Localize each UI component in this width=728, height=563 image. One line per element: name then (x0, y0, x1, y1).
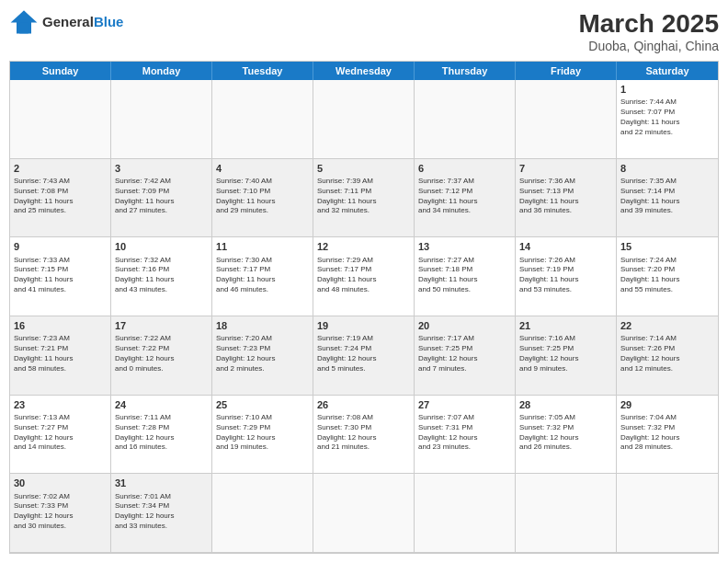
cell-info: Sunrise: 7:11 AM Sunset: 7:28 PM Dayligh… (115, 413, 208, 453)
calendar-cell: 1Sunrise: 7:44 AM Sunset: 7:07 PM Daylig… (617, 80, 718, 159)
day-number: 6 (418, 162, 511, 175)
calendar-cell: 15Sunrise: 7:24 AM Sunset: 7:20 PM Dayli… (617, 237, 718, 316)
calendar-cell: 21Sunrise: 7:16 AM Sunset: 7:25 PM Dayli… (516, 316, 617, 396)
day-number: 16 (14, 319, 107, 332)
calendar-cell (10, 80, 111, 159)
day-number: 5 (317, 162, 410, 175)
svg-marker-1 (15, 11, 32, 20)
calendar-cell: 26Sunrise: 7:08 AM Sunset: 7:30 PM Dayli… (313, 396, 415, 475)
cell-info: Sunrise: 7:30 AM Sunset: 7:17 PM Dayligh… (216, 256, 309, 295)
header-day-friday: Friday (516, 62, 617, 80)
calendar-cell: 22Sunrise: 7:14 AM Sunset: 7:26 PM Dayli… (617, 316, 718, 396)
cell-info: Sunrise: 7:13 AM Sunset: 7:27 PM Dayligh… (14, 413, 107, 453)
day-number: 13 (418, 240, 511, 253)
cell-info: Sunrise: 7:23 AM Sunset: 7:21 PM Dayligh… (14, 334, 107, 373)
day-number: 31 (115, 477, 208, 489)
header: GeneralBlue March 2025 Duoba, Qinghai, C… (9, 9, 719, 53)
calendar-cell: 14Sunrise: 7:26 AM Sunset: 7:19 PM Dayli… (516, 237, 617, 316)
cell-info: Sunrise: 7:22 AM Sunset: 7:22 PM Dayligh… (115, 334, 208, 373)
cell-info: Sunrise: 7:07 AM Sunset: 7:31 PM Dayligh… (418, 413, 511, 453)
day-number: 22 (620, 319, 714, 332)
calendar-cell: 24Sunrise: 7:11 AM Sunset: 7:28 PM Dayli… (111, 396, 212, 475)
calendar-cell: 12Sunrise: 7:29 AM Sunset: 7:17 PM Dayli… (313, 237, 415, 316)
calendar-cell: 31Sunrise: 7:01 AM Sunset: 7:34 PM Dayli… (111, 474, 212, 553)
cell-info: Sunrise: 7:33 AM Sunset: 7:15 PM Dayligh… (14, 256, 107, 295)
calendar-cell: 18Sunrise: 7:20 AM Sunset: 7:23 PM Dayli… (212, 316, 313, 396)
logo-text: GeneralBlue (42, 15, 123, 30)
cell-info: Sunrise: 7:32 AM Sunset: 7:16 PM Dayligh… (115, 256, 208, 295)
cell-info: Sunrise: 7:35 AM Sunset: 7:14 PM Dayligh… (620, 177, 714, 216)
calendar-cell: 3Sunrise: 7:42 AM Sunset: 7:09 PM Daylig… (111, 159, 212, 238)
cell-info: Sunrise: 7:04 AM Sunset: 7:32 PM Dayligh… (620, 413, 714, 453)
cell-info: Sunrise: 7:43 AM Sunset: 7:08 PM Dayligh… (14, 177, 107, 216)
day-number: 24 (115, 398, 208, 411)
calendar-cell: 17Sunrise: 7:22 AM Sunset: 7:22 PM Dayli… (111, 316, 212, 396)
day-number: 3 (115, 162, 208, 175)
calendar-header: SundayMondayTuesdayWednesdayThursdayFrid… (10, 62, 718, 80)
calendar: SundayMondayTuesdayWednesdayThursdayFrid… (9, 61, 719, 554)
cell-info: Sunrise: 7:37 AM Sunset: 7:12 PM Dayligh… (418, 177, 511, 216)
calendar-cell (415, 474, 516, 553)
cell-info: Sunrise: 7:44 AM Sunset: 7:07 PM Dayligh… (620, 98, 714, 137)
header-day-saturday: Saturday (617, 62, 718, 80)
day-number: 9 (14, 240, 107, 253)
calendar-cell: 11Sunrise: 7:30 AM Sunset: 7:17 PM Dayli… (212, 237, 313, 316)
page: GeneralBlue March 2025 Duoba, Qinghai, C… (0, 0, 728, 563)
day-number: 30 (14, 477, 107, 489)
day-number: 25 (216, 398, 309, 411)
cell-info: Sunrise: 7:26 AM Sunset: 7:19 PM Dayligh… (519, 256, 612, 295)
calendar-cell: 28Sunrise: 7:05 AM Sunset: 7:32 PM Dayli… (516, 396, 617, 475)
calendar-cell: 20Sunrise: 7:17 AM Sunset: 7:25 PM Dayli… (415, 316, 516, 396)
day-number: 2 (14, 162, 107, 175)
cell-info: Sunrise: 7:42 AM Sunset: 7:09 PM Dayligh… (115, 177, 208, 216)
cell-info: Sunrise: 7:40 AM Sunset: 7:10 PM Dayligh… (216, 177, 309, 216)
day-number: 12 (317, 240, 410, 253)
day-number: 20 (418, 319, 511, 332)
header-day-monday: Monday (111, 62, 212, 80)
cell-info: Sunrise: 7:08 AM Sunset: 7:30 PM Dayligh… (317, 413, 410, 453)
calendar-cell (516, 80, 617, 159)
calendar-cell: 29Sunrise: 7:04 AM Sunset: 7:32 PM Dayli… (617, 396, 718, 475)
calendar-cell (111, 80, 212, 159)
month-title: March 2025 (578, 9, 719, 39)
calendar-cell (313, 80, 415, 159)
calendar-grid: 1Sunrise: 7:44 AM Sunset: 7:07 PM Daylig… (10, 80, 718, 553)
cell-info: Sunrise: 7:36 AM Sunset: 7:13 PM Dayligh… (519, 177, 612, 216)
day-number: 8 (620, 162, 714, 175)
cell-info: Sunrise: 7:01 AM Sunset: 7:34 PM Dayligh… (115, 492, 208, 532)
day-number: 28 (519, 398, 612, 411)
day-number: 10 (115, 240, 208, 253)
day-number: 14 (519, 240, 612, 253)
calendar-cell: 9Sunrise: 7:33 AM Sunset: 7:15 PM Daylig… (10, 237, 111, 316)
calendar-cell (313, 474, 415, 553)
calendar-cell: 16Sunrise: 7:23 AM Sunset: 7:21 PM Dayli… (10, 316, 111, 396)
calendar-cell (516, 474, 617, 553)
day-number: 15 (620, 240, 714, 253)
day-number: 26 (317, 398, 410, 411)
calendar-cell: 8Sunrise: 7:35 AM Sunset: 7:14 PM Daylig… (617, 159, 718, 238)
cell-info: Sunrise: 7:17 AM Sunset: 7:25 PM Dayligh… (418, 334, 511, 373)
day-number: 18 (216, 319, 309, 332)
day-number: 29 (620, 398, 714, 411)
calendar-cell: 5Sunrise: 7:39 AM Sunset: 7:11 PM Daylig… (313, 159, 415, 238)
calendar-cell: 27Sunrise: 7:07 AM Sunset: 7:31 PM Dayli… (415, 396, 516, 475)
cell-info: Sunrise: 7:14 AM Sunset: 7:26 PM Dayligh… (620, 334, 714, 373)
header-day-sunday: Sunday (10, 62, 111, 80)
calendar-cell: 13Sunrise: 7:27 AM Sunset: 7:18 PM Dayli… (415, 237, 516, 316)
calendar-cell: 23Sunrise: 7:13 AM Sunset: 7:27 PM Dayli… (10, 396, 111, 475)
calendar-cell: 25Sunrise: 7:10 AM Sunset: 7:29 PM Dayli… (212, 396, 313, 475)
cell-info: Sunrise: 7:24 AM Sunset: 7:20 PM Dayligh… (620, 256, 714, 295)
day-number: 11 (216, 240, 309, 253)
day-number: 4 (216, 162, 309, 175)
calendar-cell (212, 80, 313, 159)
day-number: 23 (14, 398, 107, 411)
header-day-tuesday: Tuesday (212, 62, 313, 80)
cell-info: Sunrise: 7:16 AM Sunset: 7:25 PM Dayligh… (519, 334, 612, 373)
title-block: March 2025 Duoba, Qinghai, China (578, 9, 719, 53)
cell-info: Sunrise: 7:20 AM Sunset: 7:23 PM Dayligh… (216, 334, 309, 373)
calendar-cell: 19Sunrise: 7:19 AM Sunset: 7:24 PM Dayli… (313, 316, 415, 396)
cell-info: Sunrise: 7:29 AM Sunset: 7:17 PM Dayligh… (317, 256, 410, 295)
header-day-thursday: Thursday (415, 62, 516, 80)
svg-rect-2 (19, 22, 28, 33)
cell-info: Sunrise: 7:19 AM Sunset: 7:24 PM Dayligh… (317, 334, 410, 373)
